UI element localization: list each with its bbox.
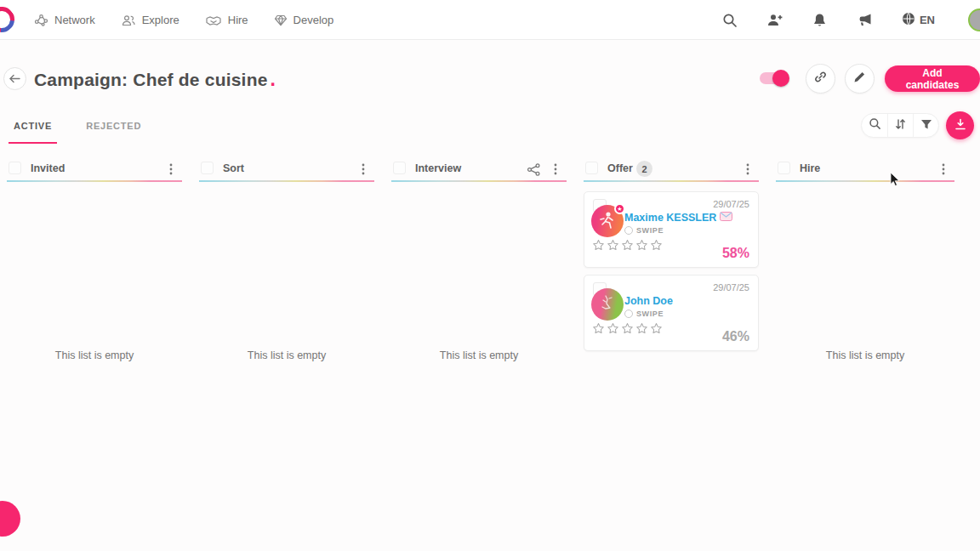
nav-item-network[interactable]: Network (34, 13, 95, 27)
candidate-card[interactable]: 29/07/25 John Doe SWIPE 46% (584, 275, 759, 351)
column-invited: Invited This list is empty (7, 157, 182, 536)
app-window: Network Explore Hire (0, 0, 980, 551)
pencil-icon (853, 71, 866, 87)
mouse-cursor (890, 172, 901, 190)
column-select-checkbox[interactable] (778, 162, 790, 174)
column-title: Offer (607, 162, 633, 174)
column-select-checkbox[interactable] (585, 162, 598, 174)
column-menu-button[interactable] (163, 162, 179, 177)
swipe-icon (624, 310, 633, 318)
user-avatar[interactable] (968, 9, 980, 31)
column-menu-button[interactable] (740, 162, 755, 177)
candidate-date: 29/07/25 (713, 199, 749, 209)
star-outline-icon (621, 322, 634, 335)
title-accent-dot: . (271, 68, 276, 90)
column-count-badge: 2 (636, 161, 652, 177)
column-underline (7, 180, 182, 182)
search-icon[interactable] (721, 12, 738, 29)
brand-logo[interactable] (0, 2, 20, 37)
language-label: EN (920, 14, 935, 26)
column-select-checkbox[interactable] (201, 162, 214, 174)
edit-campaign-button[interactable] (845, 64, 875, 94)
column-title: Invited (31, 162, 65, 174)
column-underline (199, 180, 374, 182)
person-add-icon[interactable] (766, 12, 783, 29)
candidate-name[interactable]: John Doe (624, 295, 673, 307)
column-select-checkbox[interactable] (393, 162, 406, 174)
column-title: Hire (800, 162, 820, 174)
campaign-active-toggle[interactable] (760, 72, 788, 84)
empty-list-message: This list is empty (391, 349, 567, 361)
candidate-rating[interactable] (592, 239, 663, 252)
download-icon (954, 118, 966, 133)
column-underline (776, 180, 954, 182)
candidate-source: SWIPE (624, 310, 664, 318)
globe-icon (902, 12, 915, 28)
hire-icon (205, 14, 222, 26)
top-navigation-bar: Network Explore Hire (0, 0, 980, 40)
candidate-avatar: ★ (591, 205, 624, 237)
tab-rejected[interactable]: REJECTED (81, 116, 146, 144)
column-menu-button[interactable] (936, 162, 951, 177)
network-icon (34, 13, 48, 27)
column-underline (391, 180, 567, 182)
sort-icon (895, 118, 906, 133)
sort-candidates-button[interactable] (887, 114, 913, 137)
filter-candidates-button[interactable] (913, 114, 938, 137)
column-menu-button[interactable] (548, 162, 563, 177)
nav-item-label: Hire (228, 14, 248, 26)
link-icon (813, 70, 828, 88)
column-underline (584, 180, 759, 182)
nav-item-develop[interactable]: Develop (274, 14, 334, 26)
back-button[interactable] (3, 67, 26, 90)
candidate-date: 29/07/25 (713, 282, 749, 293)
column-menu-button[interactable] (356, 162, 371, 177)
match-score: 58% (722, 246, 749, 261)
star-outline-icon (607, 239, 619, 252)
copy-link-button[interactable] (806, 64, 835, 94)
list-toolbar (861, 113, 939, 138)
bell-icon[interactable] (812, 12, 829, 29)
nav-item-hire[interactable]: Hire (205, 14, 248, 26)
column-title: Sort (223, 162, 244, 174)
star-outline-icon (592, 239, 605, 252)
empty-list-message: This list is empty (776, 349, 954, 361)
search-icon (869, 117, 881, 133)
column-select-checkbox[interactable] (9, 162, 21, 174)
candidate-card[interactable]: 29/07/25 ★ Maxime KESSLER SWIPE (584, 191, 759, 268)
star-outline-icon (635, 239, 648, 252)
empty-list-message: This list is empty (199, 349, 374, 361)
tab-bar: ACTIVE REJECTED (9, 116, 146, 144)
match-score: 46% (722, 329, 749, 344)
star-outline-icon (650, 322, 663, 335)
empty-list-message: This list is empty (7, 349, 182, 361)
column-sort: Sort This list is empty (199, 157, 374, 536)
star-outline-icon (621, 239, 634, 252)
star-outline-icon (607, 322, 619, 335)
megaphone-icon[interactable] (857, 12, 874, 29)
candidate-avatar (591, 288, 624, 321)
column-hire: Hire This list is empty (776, 157, 954, 536)
filter-icon (920, 118, 932, 133)
nav-item-label: Network (54, 14, 95, 26)
export-button[interactable] (946, 111, 974, 139)
candidate-name[interactable]: Maxime KESSLER (624, 212, 732, 224)
nav-item-label: Explore (142, 14, 179, 26)
star-outline-icon (650, 239, 663, 252)
candidate-rating[interactable] (592, 322, 663, 335)
column-offer: Offer 2 29/07/25 ★ Maxime KESSLER (584, 157, 759, 536)
search-candidates-button[interactable] (862, 114, 887, 137)
toggle-knob (772, 70, 789, 87)
tab-active[interactable]: ACTIVE (9, 116, 57, 144)
star-outline-icon (592, 322, 605, 335)
explore-icon (121, 14, 136, 27)
candidate-source: SWIPE (624, 226, 664, 235)
add-candidates-button[interactable]: Add candidates (885, 65, 980, 92)
column-interview: Interview This list is empty (391, 157, 567, 536)
language-selector[interactable]: EN (902, 12, 935, 28)
share-icon[interactable] (526, 162, 541, 177)
name-flag-icon (720, 212, 732, 224)
develop-icon (274, 14, 288, 26)
swipe-icon (624, 226, 633, 235)
nav-item-explore[interactable]: Explore (121, 14, 179, 27)
